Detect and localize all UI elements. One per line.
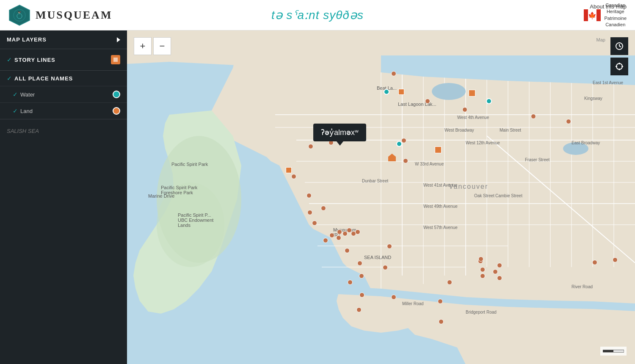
locate-icon: [616, 63, 623, 70]
map-controls-top-right: [610, 37, 628, 75]
water-label: Water: [20, 91, 113, 98]
marker-spirit-2[interactable]: [291, 174, 296, 179]
svg-point-34: [157, 182, 224, 267]
marker-musqueam-2[interactable]: [403, 158, 408, 163]
marker-ir-7[interactable]: [323, 238, 328, 243]
marker-south-far-1[interactable]: [356, 307, 362, 312]
all-place-names-header[interactable]: ✓ ALL PLACE NAMES: [0, 71, 127, 86]
marker-ir-1[interactable]: [337, 229, 342, 234]
header-title: tə sˁaːnt syθðəs: [271, 8, 364, 22]
marker-right-2[interactable]: [566, 119, 571, 124]
marker-square-2[interactable]: [469, 90, 475, 97]
history-button[interactable]: [610, 37, 628, 55]
marker-right-1[interactable]: [531, 114, 536, 119]
map-zoom-controls: + −: [134, 37, 171, 55]
land-check-icon: ✓: [13, 108, 18, 114]
logo-text: MUSQUEAM: [36, 9, 112, 22]
marker-right-far-2[interactable]: [480, 267, 485, 272]
marker-ir-5[interactable]: [355, 229, 360, 234]
land-layer-row[interactable]: ✓ Land: [0, 102, 127, 119]
marker-ir-6[interactable]: [336, 235, 341, 240]
marker-fr-4[interactable]: [613, 257, 618, 262]
map-area[interactable]: Map + −: [127, 30, 635, 364]
svg-point-40: [616, 63, 622, 69]
map-layers-label: MAP LAYERS: [7, 36, 47, 43]
story-lines-toggle-icon[interactable]: [111, 55, 120, 64]
svg-line-39: [619, 46, 621, 47]
marker-south-4[interactable]: [383, 265, 388, 270]
marker-br-3[interactable]: [447, 280, 452, 285]
story-lines-check-icon: ✓: [7, 56, 12, 63]
marker-south-2[interactable]: [387, 244, 392, 249]
header-right: About this map 🍁 Canadian Heritage Patri…: [584, 2, 627, 28]
svg-text:🍁: 🍁: [588, 11, 596, 19]
marker-spirit-5[interactable]: [321, 206, 326, 211]
about-link[interactable]: About this map: [590, 3, 627, 10]
marker-west-2[interactable]: [286, 167, 292, 173]
sidebar: MAP LAYERS ✓ STORY LINES: [0, 30, 127, 364]
marker-spirit-1[interactable]: [308, 144, 313, 149]
logo-area: 🦅 MUSQUEAM: [8, 4, 112, 26]
story-lines-header[interactable]: ✓ STORY LINES: [0, 49, 127, 70]
svg-rect-5: [584, 9, 588, 21]
svg-rect-6: [596, 9, 601, 21]
marker-br-2[interactable]: [497, 276, 502, 281]
sidebar-all-place-names-section: ✓ ALL PLACE NAMES ✓ Water ✓ Land: [0, 71, 127, 119]
marker-sea-island-1[interactable]: [359, 292, 364, 298]
marker-south-far-2[interactable]: [439, 319, 444, 324]
all-place-names-label: ALL PLACE NAMES: [14, 75, 73, 82]
svg-rect-9: [113, 58, 118, 62]
marker-south-3[interactable]: [357, 261, 362, 266]
marker-north-4[interactable]: [486, 98, 492, 104]
salish-sea-label: SALISH SEA: [0, 119, 127, 143]
marker-sea-island-3[interactable]: [438, 299, 443, 304]
marker-teal-1[interactable]: [384, 89, 389, 95]
story-lines-label: STORY LINES: [14, 57, 55, 63]
svg-point-35: [563, 142, 588, 155]
svg-rect-46: [603, 350, 613, 352]
marker-spirit-6[interactable]: [312, 221, 317, 226]
marker-south-5[interactable]: [359, 273, 364, 279]
marker-ir-8[interactable]: [329, 233, 334, 238]
marker-north-lagoon[interactable]: [425, 99, 430, 104]
map-layers-header[interactable]: MAP LAYERS: [0, 30, 127, 49]
marker-north-3[interactable]: [462, 107, 467, 112]
marker-broadway-2[interactable]: [396, 141, 402, 147]
marker-fr-1[interactable]: [478, 256, 483, 262]
sidebar-story-lines-section: ✓ STORY LINES: [0, 49, 127, 71]
land-indicator-dot: [113, 107, 120, 115]
svg-marker-0: [9, 5, 30, 25]
locate-button[interactable]: [610, 58, 628, 75]
square-icon: [113, 57, 119, 63]
zoom-in-button[interactable]: +: [134, 37, 152, 55]
marker-home-musqueam[interactable]: [388, 154, 396, 161]
svg-point-36: [432, 83, 466, 100]
marker-br-1[interactable]: [480, 273, 485, 279]
collapse-arrow-icon: [117, 37, 120, 42]
marker-sea-island-2[interactable]: [391, 295, 396, 300]
marker-right-far-3[interactable]: [493, 269, 498, 274]
sidebar-map-layers-section: MAP LAYERS: [0, 30, 127, 49]
place-name-popup[interactable]: ʔəy̓alməxʷ: [313, 124, 366, 141]
marker-square-lost-lagoon[interactable]: [398, 89, 404, 95]
story-lines-label-group: ✓ STORY LINES: [7, 56, 55, 63]
water-layer-row[interactable]: ✓ Water: [0, 86, 127, 102]
main-content: MAP LAYERS ✓ STORY LINES: [0, 30, 635, 364]
marker-north-1[interactable]: [391, 71, 396, 76]
marker-fr-3[interactable]: [592, 260, 597, 265]
map-background: [127, 30, 635, 364]
popup-text: ʔəy̓alməxʷ: [321, 128, 359, 137]
marker-south-6[interactable]: [348, 280, 353, 285]
marker-south-1[interactable]: [345, 248, 350, 253]
land-label: Land: [20, 108, 113, 114]
marker-fr-2[interactable]: [497, 263, 502, 268]
marker-orange-sq-3[interactable]: [435, 146, 442, 153]
marker-spirit-4[interactable]: [307, 210, 312, 215]
map-watermark: Map: [596, 37, 605, 42]
marker-spirit-3[interactable]: [306, 193, 312, 198]
all-place-names-check-icon: ✓: [7, 75, 12, 82]
scale-bar-graphic: [603, 348, 624, 354]
header: 🦅 MUSQUEAM tə sˁaːnt syθðəs About this m…: [0, 0, 635, 30]
musqueam-logo-icon: 🦅: [8, 4, 30, 26]
zoom-out-button[interactable]: −: [153, 37, 171, 55]
